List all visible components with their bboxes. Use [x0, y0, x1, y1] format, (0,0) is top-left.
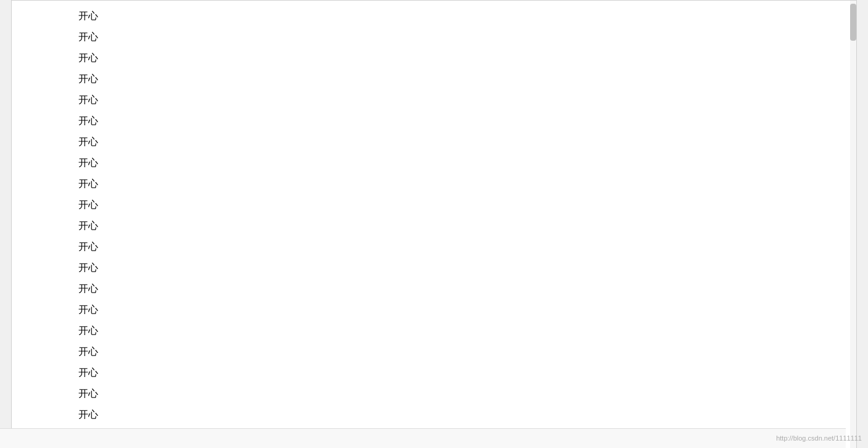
- output-line-4: 开心: [17, 68, 851, 89]
- bottom-input-area[interactable]: [0, 428, 846, 448]
- output-line-12: 开心: [17, 236, 851, 257]
- output-line-20: 开心: [17, 404, 851, 425]
- output-line-13: 开心: [17, 257, 851, 278]
- cell-output: 开心 开心 开心 开心 开心 开心 开心 开心 开心 开心 开心 开心 开心 开…: [11, 0, 857, 448]
- output-line-10: 开心: [17, 194, 851, 215]
- output-content: 开心 开心 开心 开心 开心 开心 开心 开心 开心 开心 开心 开心 开心 开…: [12, 6, 856, 446]
- output-line-18: 开心: [17, 362, 851, 383]
- output-line-7: 开心: [17, 131, 851, 152]
- output-line-16: 开心: [17, 320, 851, 341]
- output-line-3: 开心: [17, 48, 851, 68]
- output-line-14: 开心: [17, 278, 851, 299]
- output-line-5: 开心: [17, 89, 851, 110]
- watermark: http://blog.csdn.net/1111111: [776, 434, 862, 442]
- scrollbar-track[interactable]: [850, 1, 856, 448]
- output-line-9: 开心: [17, 173, 851, 194]
- output-line-8: 开心: [17, 152, 851, 173]
- output-line-1: 开心: [17, 6, 851, 27]
- output-line-6: 开心: [17, 110, 851, 131]
- output-line-11: 开心: [17, 215, 851, 236]
- scrollbar-thumb[interactable]: [850, 4, 856, 41]
- output-line-15: 开心: [17, 299, 851, 320]
- output-line-17: 开心: [17, 341, 851, 362]
- output-line-2: 开心: [17, 27, 851, 48]
- output-line-19: 开心: [17, 383, 851, 404]
